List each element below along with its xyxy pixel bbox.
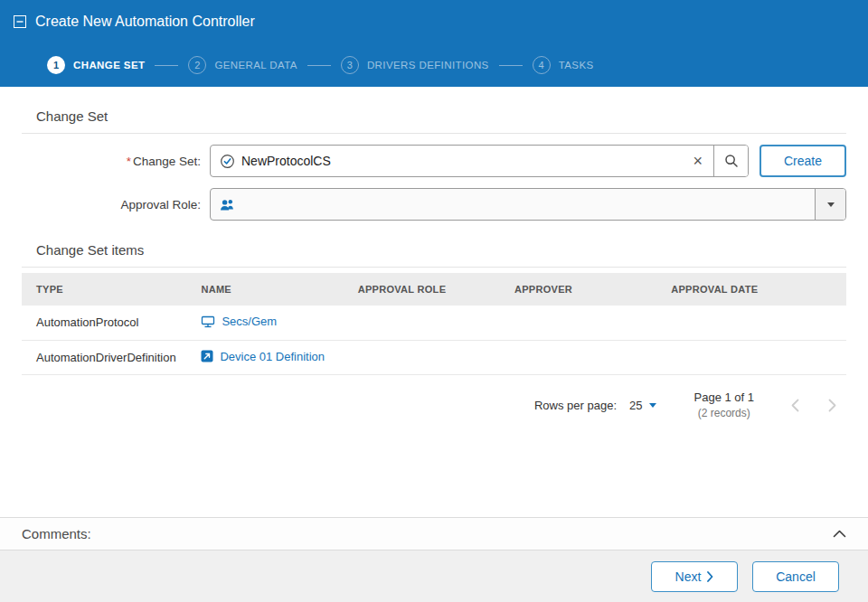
previous-page-button[interactable] (783, 398, 807, 413)
chevron-down-icon (827, 202, 835, 207)
search-button[interactable] (713, 146, 748, 176)
next-page-button[interactable] (820, 398, 844, 413)
page-count-text: Page 1 of 1 (694, 390, 755, 406)
cell-approver (500, 306, 656, 340)
table-row: AutomationProtocol Secs/Gem (22, 306, 846, 340)
page-info: Page 1 of 1 (2 records) (694, 390, 755, 421)
cell-approval-role (344, 340, 500, 375)
window-header: Create New Automation Controller (0, 0, 868, 43)
step-change-set[interactable]: 1 CHANGE SET (47, 56, 145, 74)
step-connector (307, 65, 331, 66)
comments-label: Comments: (22, 526, 91, 541)
chevron-down-icon (649, 403, 656, 408)
wizard-stepper: 1 CHANGE SET 2 GENERAL DATA 3 DRIVERS DE… (0, 43, 868, 87)
step-number: 3 (341, 56, 359, 74)
rows-per-page-label: Rows per page: (534, 399, 617, 412)
step-number: 1 (47, 56, 65, 74)
cancel-button[interactable]: Cancel (752, 561, 839, 592)
cell-approval-date (656, 340, 846, 375)
chevron-up-icon[interactable] (833, 530, 846, 538)
chevron-right-icon (707, 571, 713, 582)
entity-link[interactable]: Secs/Gem (201, 315, 277, 328)
approval-role-label: Approval Role: (22, 198, 210, 212)
cell-approver (500, 340, 656, 375)
column-header-approval-date: APPROVAL DATE (656, 273, 846, 306)
step-connector (499, 65, 523, 66)
comments-section-header[interactable]: Comments: (0, 517, 868, 550)
clear-icon[interactable]: × (682, 153, 713, 169)
checkmark-circle-icon (220, 154, 235, 169)
minus-square-icon[interactable] (14, 15, 26, 28)
change-set-label-text: Change Set: (133, 155, 201, 168)
entity-link-label: Secs/Gem (222, 315, 277, 328)
step-label: GENERAL DATA (214, 60, 297, 71)
wizard-footer: Next Cancel (0, 550, 868, 602)
divider (22, 267, 846, 268)
records-count-text: (2 records) (694, 406, 755, 421)
main-content: Change Set *Change Set: NewProtocolCS × … (0, 87, 868, 517)
column-header-type: TYPE (22, 273, 186, 306)
cell-name: Secs/Gem (186, 306, 343, 340)
step-number: 4 (533, 56, 551, 74)
create-automation-controller-window: Create New Automation Controller 1 CHANG… (0, 0, 868, 602)
change-set-label: *Change Set: (22, 155, 210, 168)
step-general-data[interactable]: 2 GENERAL DATA (188, 56, 297, 74)
cell-name: Device 01 Definition (186, 340, 343, 375)
step-drivers-definitions[interactable]: 3 DRIVERS DEFINITIONS (341, 56, 489, 74)
chevron-left-icon (790, 398, 800, 413)
change-set-row: *Change Set: NewProtocolCS × Create (22, 145, 846, 177)
step-label: TASKS (559, 60, 594, 71)
entity-link-label: Device 01 Definition (220, 350, 325, 363)
change-set-value: NewProtocolCS (241, 154, 682, 168)
rows-per-page-select[interactable]: 25 (629, 399, 656, 412)
step-label: CHANGE SET (73, 60, 145, 71)
approval-role-select[interactable] (210, 188, 846, 221)
dropdown-toggle[interactable] (815, 189, 845, 220)
table-row: AutomationDriverDefinition Device 01 Def… (22, 340, 846, 375)
column-header-approver: APPROVER (500, 273, 656, 306)
required-marker: * (127, 155, 131, 168)
entity-link[interactable]: Device 01 Definition (201, 350, 325, 363)
protocol-monitor-icon (201, 315, 215, 328)
cell-type: AutomationProtocol (22, 306, 186, 340)
cell-type: AutomationDriverDefinition (22, 340, 186, 375)
rows-per-page-value: 25 (629, 399, 642, 412)
users-icon (220, 198, 235, 212)
cell-approval-date (656, 306, 846, 340)
approval-role-row: Approval Role: (22, 188, 846, 221)
chevron-right-icon (827, 398, 837, 413)
column-header-approval-role: APPROVAL ROLE (344, 273, 500, 306)
step-number: 2 (188, 56, 206, 74)
change-set-input[interactable]: NewProtocolCS × (210, 145, 749, 177)
driver-definition-icon (201, 350, 213, 362)
search-icon (724, 154, 739, 168)
column-header-name: NAME (186, 273, 343, 306)
section-title-change-set-items: Change Set items (36, 242, 832, 258)
step-connector (155, 65, 178, 66)
divider (22, 133, 846, 134)
page-title: Create New Automation Controller (35, 14, 255, 30)
next-button-label: Next (675, 569, 702, 584)
change-set-items-table: TYPE NAME APPROVAL ROLE APPROVER APPROVA… (22, 273, 846, 375)
next-button[interactable]: Next (651, 561, 738, 592)
step-tasks[interactable]: 4 TASKS (533, 56, 594, 74)
section-title-change-set: Change Set (36, 108, 832, 124)
create-button[interactable]: Create (760, 145, 846, 177)
table-pagination: Rows per page: 25 Page 1 of 1 (2 records… (24, 390, 844, 421)
table-header-row: TYPE NAME APPROVAL ROLE APPROVER APPROVA… (22, 273, 846, 306)
step-label: DRIVERS DEFINITIONS (367, 60, 489, 71)
cell-approval-role (344, 306, 500, 340)
